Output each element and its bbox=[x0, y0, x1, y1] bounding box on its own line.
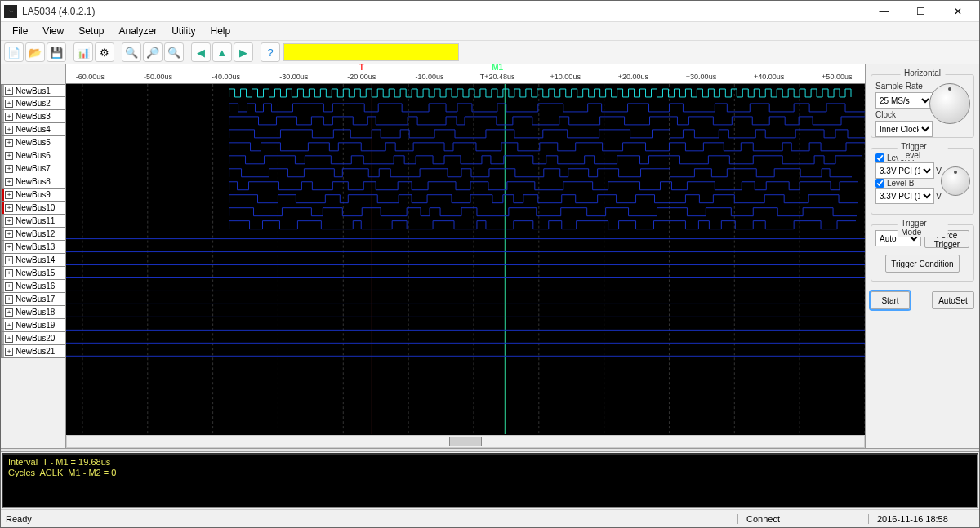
ruler-tick: -20.00us bbox=[347, 73, 376, 81]
trigger-condition-button[interactable]: Trigger Condition bbox=[885, 255, 959, 273]
minimize-button[interactable]: — bbox=[866, 1, 902, 22]
arrow-up-icon[interactable]: ▲ bbox=[212, 42, 232, 62]
bus-led-icon bbox=[2, 136, 4, 149]
bus-row[interactable]: +NewBus21 bbox=[1, 345, 65, 358]
bus-row[interactable]: +NewBus10 bbox=[1, 202, 65, 215]
console-output: Interval T - M1 = 19.68us Cycles ACLK M1… bbox=[2, 453, 978, 508]
bus-row[interactable]: +NewBus15 bbox=[1, 267, 65, 280]
expand-icon[interactable]: + bbox=[5, 295, 13, 304]
open-icon[interactable]: 📂 bbox=[25, 42, 45, 62]
bars-icon[interactable]: 📊 bbox=[74, 42, 93, 62]
bus-row[interactable]: +NewBus20 bbox=[1, 332, 65, 345]
expand-icon[interactable]: + bbox=[5, 217, 13, 225]
expand-icon[interactable]: + bbox=[5, 100, 13, 108]
expand-icon[interactable]: + bbox=[5, 308, 13, 317]
bus-row[interactable]: +NewBus1 bbox=[1, 84, 65, 97]
bus-row[interactable]: +NewBus6 bbox=[1, 149, 65, 162]
level-b-checkbox[interactable] bbox=[875, 179, 884, 188]
bus-label: NewBus6 bbox=[16, 151, 51, 160]
waveform-canvas[interactable] bbox=[66, 84, 865, 435]
autoset-button[interactable]: AutoSet bbox=[932, 291, 974, 309]
status-bar: Ready Connect 2016-11-16 18:58 bbox=[1, 509, 979, 527]
bus-label: NewBus18 bbox=[16, 308, 55, 317]
menu-analyzer[interactable]: Analyzer bbox=[113, 24, 164, 38]
expand-icon[interactable]: + bbox=[5, 269, 13, 277]
expand-icon[interactable]: + bbox=[5, 230, 13, 238]
bus-row[interactable]: +NewBus18 bbox=[1, 306, 65, 319]
bus-row[interactable]: +NewBus9 bbox=[1, 189, 65, 202]
bus-row[interactable]: +NewBus8 bbox=[1, 175, 65, 189]
arrow-right-icon[interactable]: ▶ bbox=[234, 42, 253, 62]
bus-row[interactable]: +NewBus5 bbox=[1, 136, 65, 149]
expand-icon[interactable]: + bbox=[5, 87, 13, 95]
trigger-level-knob[interactable] bbox=[941, 166, 970, 196]
bus-label: NewBus12 bbox=[16, 229, 55, 238]
menu-file[interactable]: File bbox=[6, 24, 34, 38]
expand-icon[interactable]: + bbox=[5, 243, 13, 251]
bus-label: NewBus4 bbox=[16, 125, 51, 134]
status-datetime: 2016-11-16 18:58 bbox=[868, 514, 974, 524]
horizontal-scrollbar[interactable] bbox=[66, 435, 865, 448]
m1-marker[interactable]: M1 bbox=[492, 63, 503, 72]
level-a-checkbox[interactable] bbox=[875, 153, 884, 162]
expand-icon[interactable]: + bbox=[5, 335, 13, 343]
save-icon[interactable]: 💾 bbox=[47, 42, 66, 62]
bus-row[interactable]: +NewBus14 bbox=[1, 254, 65, 267]
bus-row[interactable]: +NewBus2 bbox=[1, 97, 65, 110]
level-b-label: Level B bbox=[887, 179, 914, 188]
menu-help[interactable]: Help bbox=[204, 24, 238, 38]
ruler-tick: +40.00us bbox=[754, 73, 784, 81]
bus-row[interactable]: +NewBus3 bbox=[1, 110, 65, 123]
zoom-fit-icon[interactable]: 🔍 bbox=[164, 42, 184, 62]
expand-icon[interactable]: + bbox=[5, 322, 13, 330]
settings-icon[interactable]: ⚙ bbox=[95, 42, 114, 62]
bus-led-icon bbox=[2, 228, 4, 240]
zoom-out-icon[interactable]: 🔎 bbox=[143, 42, 163, 62]
bus-row[interactable]: +NewBus19 bbox=[1, 319, 65, 332]
scrollbar-thumb[interactable] bbox=[449, 437, 482, 446]
level-a-select[interactable]: 3.3V PCI (1 bbox=[875, 162, 934, 179]
close-button[interactable]: ✕ bbox=[939, 1, 976, 22]
level-b-select[interactable]: 3.3V PCI (1 bbox=[875, 188, 934, 204]
expand-icon[interactable]: + bbox=[5, 165, 13, 173]
toolbar-highlight-box[interactable] bbox=[283, 43, 459, 61]
expand-icon[interactable]: + bbox=[5, 139, 13, 147]
bus-row[interactable]: +NewBus13 bbox=[1, 241, 65, 254]
expand-icon[interactable]: + bbox=[5, 178, 13, 186]
menu-setup[interactable]: Setup bbox=[72, 24, 110, 38]
zoom-in-icon[interactable]: 🔍 bbox=[122, 42, 141, 62]
t-marker[interactable]: T bbox=[359, 63, 364, 72]
bus-row[interactable]: +NewBus7 bbox=[1, 162, 65, 175]
help-icon[interactable]: ? bbox=[261, 42, 280, 62]
horizontal-knob[interactable] bbox=[929, 83, 970, 124]
bus-row[interactable]: +NewBus4 bbox=[1, 123, 65, 136]
expand-icon[interactable]: + bbox=[5, 152, 13, 160]
console-splitter[interactable] bbox=[1, 448, 979, 452]
bus-led-icon bbox=[2, 306, 4, 318]
menu-view[interactable]: View bbox=[36, 24, 70, 38]
menu-utility[interactable]: Utility bbox=[165, 24, 202, 38]
time-ruler[interactable]: T M1 -60.00us-50.00us-40.00us-30.00us-20… bbox=[66, 64, 865, 84]
level-b-unit: V bbox=[936, 191, 942, 201]
expand-icon[interactable]: + bbox=[5, 204, 13, 212]
expand-icon[interactable]: + bbox=[5, 126, 13, 134]
bus-row[interactable]: +NewBus16 bbox=[1, 280, 65, 293]
bus-row[interactable]: +NewBus11 bbox=[1, 215, 65, 228]
new-icon[interactable]: 📄 bbox=[4, 42, 24, 62]
expand-icon[interactable]: + bbox=[5, 191, 13, 199]
expand-icon[interactable]: + bbox=[5, 113, 13, 121]
expand-icon[interactable]: + bbox=[5, 348, 13, 356]
expand-icon[interactable]: + bbox=[5, 282, 13, 291]
ruler-tick: +30.00us bbox=[686, 73, 716, 81]
bus-label: NewBus19 bbox=[16, 321, 55, 330]
clock-select[interactable]: Inner Clock bbox=[875, 121, 933, 137]
bus-row[interactable]: +NewBus17 bbox=[1, 293, 65, 306]
bus-label: NewBus17 bbox=[16, 295, 55, 304]
maximize-button[interactable]: ☐ bbox=[902, 1, 939, 22]
bus-row[interactable]: +NewBus12 bbox=[1, 228, 65, 241]
start-button[interactable]: Start bbox=[871, 291, 910, 309]
expand-icon[interactable]: + bbox=[5, 256, 13, 264]
app-icon: ⌁ bbox=[4, 5, 17, 18]
sample-rate-select[interactable]: 25 MS/s bbox=[875, 92, 933, 109]
arrow-left-icon[interactable]: ◀ bbox=[191, 42, 211, 62]
